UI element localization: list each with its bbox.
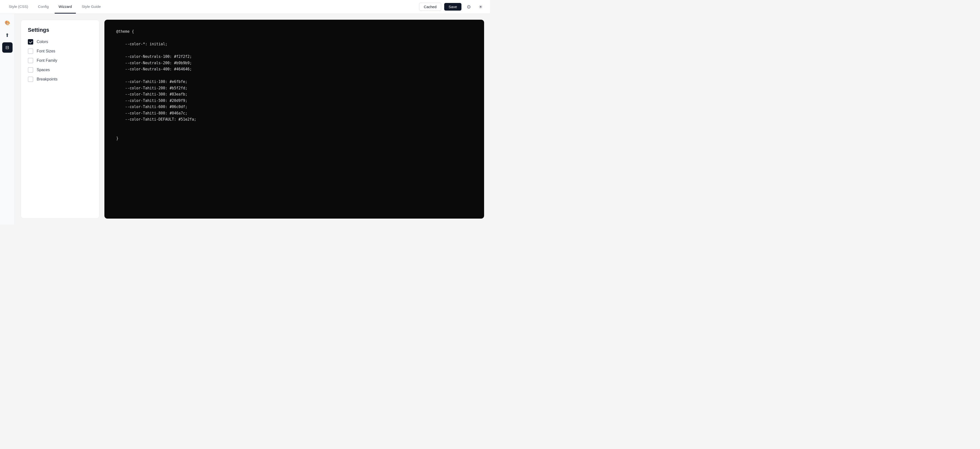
settings-label-font-family: Font Family [37, 58, 57, 63]
settings-label-colors: Colors [37, 40, 48, 44]
tab-style-css[interactable]: Style (CSS) [5, 0, 32, 14]
cached-button[interactable]: Cached [419, 3, 441, 11]
settings-list: Colors Font Sizes Font Family Spaces Bre [28, 39, 92, 82]
main-content: Settings Colors Font Sizes Font Family S… [15, 14, 490, 224]
settings-label-font-sizes: Font Sizes [37, 49, 56, 54]
header-nav: Style (CSS) Config Wizzard Style Guide [5, 0, 105, 14]
settings-label-breakpoints: Breakpoints [37, 77, 57, 81]
layout: 🎨 ⬆ ⊟ Settings Colors Font Sizes [0, 14, 490, 224]
checkbox-font-sizes[interactable] [28, 49, 33, 54]
header-actions: Cached Save ⚙ ☀ [419, 2, 485, 11]
icon-sidebar: 🎨 ⬆ ⊟ [0, 14, 15, 224]
settings-item-colors[interactable]: Colors [28, 39, 92, 44]
sidebar-btn-upload[interactable]: ⬆ [2, 30, 13, 40]
checkbox-font-family[interactable] [28, 58, 33, 63]
settings-item-breakpoints[interactable]: Breakpoints [28, 76, 92, 82]
settings-item-spaces[interactable]: Spaces [28, 67, 92, 73]
sidebar-btn-sliders[interactable]: ⊟ [2, 42, 13, 53]
settings-panel: Settings Colors Font Sizes Font Family S… [21, 20, 99, 219]
theme-toggle-button[interactable]: ☀ [476, 2, 485, 11]
settings-label-spaces: Spaces [37, 68, 50, 72]
save-button[interactable]: Save [444, 3, 461, 11]
palette-icon: 🎨 [5, 20, 10, 25]
settings-item-font-sizes[interactable]: Font Sizes [28, 49, 92, 54]
tab-style-guide[interactable]: Style Guide [78, 0, 105, 14]
code-content: @theme { --color-*: initial; --color-Neu… [116, 29, 472, 141]
checkbox-breakpoints[interactable] [28, 76, 33, 82]
upload-icon: ⬆ [5, 32, 10, 38]
header: Style (CSS) Config Wizzard Style Guide C… [0, 0, 490, 14]
sliders-icon: ⊟ [5, 45, 9, 50]
checkbox-colors[interactable] [28, 39, 33, 44]
sun-icon: ☀ [479, 4, 483, 10]
code-panel: @theme { --color-*: initial; --color-Neu… [104, 20, 484, 219]
settings-item-font-family[interactable]: Font Family [28, 58, 92, 63]
tab-config[interactable]: Config [34, 0, 52, 14]
gear-icon: ⚙ [467, 4, 471, 10]
tab-wizzard[interactable]: Wizzard [55, 0, 76, 14]
checkbox-spaces[interactable] [28, 67, 33, 73]
sidebar-btn-palette[interactable]: 🎨 [2, 18, 13, 28]
settings-icon-button[interactable]: ⚙ [465, 2, 473, 11]
settings-title: Settings [28, 27, 92, 33]
